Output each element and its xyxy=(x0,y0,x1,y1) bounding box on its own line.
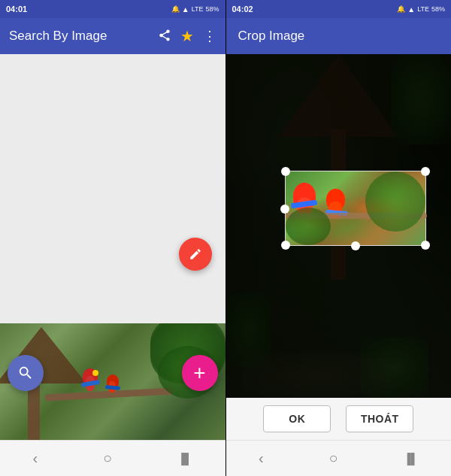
left-status-time: 04:01 xyxy=(6,5,27,14)
crop-box[interactable] xyxy=(285,171,426,246)
crop-handle-bottom-right[interactable] xyxy=(421,241,430,250)
wifi-icon: ▲ xyxy=(182,5,189,14)
right-alarm-icon: 🔔 xyxy=(397,5,405,13)
crop-overlay-right xyxy=(426,171,452,246)
right-app-bar: Crop Image xyxy=(226,18,452,54)
left-app-bar-icons: ★ ⋮ xyxy=(158,29,216,44)
left-content-area: + xyxy=(0,54,226,440)
crop-overlay-bottom xyxy=(226,246,452,398)
right-bottom-nav: ‹ ○ ▐▌ xyxy=(226,440,452,476)
right-status-icons: 🔔 ▲ LTE 58% xyxy=(397,5,445,14)
more-vert-icon[interactable]: ⋮ xyxy=(203,29,216,43)
search-fab-button[interactable] xyxy=(8,355,44,391)
left-phone-screen: 04:01 🔔 ▲ LTE 58% Search By Image ★ ⋮ xyxy=(0,0,226,476)
crop-handle-left-mid[interactable] xyxy=(280,205,289,214)
right-home-button[interactable]: ○ xyxy=(317,444,350,473)
edit-fab-button[interactable] xyxy=(179,238,212,271)
left-bottom-nav: ‹ ○ ▐▌ xyxy=(0,440,226,476)
crop-overlay-left xyxy=(226,171,285,246)
crop-handle-bottom-mid[interactable] xyxy=(351,241,360,250)
share-icon[interactable] xyxy=(158,29,171,44)
crop-preview-image xyxy=(286,171,425,245)
star-icon[interactable]: ★ xyxy=(180,29,194,44)
add-fab-button[interactable]: + xyxy=(182,355,218,391)
left-status-bar: 04:01 🔔 ▲ LTE 58% xyxy=(0,0,226,18)
crop-overlay-top xyxy=(226,54,452,171)
right-signal-icon: LTE xyxy=(417,5,429,13)
battery-icon: 58% xyxy=(205,5,219,13)
crop-content-area xyxy=(226,54,452,398)
crop-action-buttons: OK THOÁT xyxy=(226,398,452,440)
alarm-icon: 🔔 xyxy=(171,5,180,13)
left-back-button[interactable]: ‹ xyxy=(20,444,50,473)
crop-handle-bottom-left[interactable] xyxy=(281,241,290,250)
crop-handle-top-right[interactable] xyxy=(421,167,430,176)
thoat-button[interactable]: THOÁT xyxy=(346,405,413,432)
left-app-bar: Search By Image ★ ⋮ xyxy=(0,18,226,54)
right-back-button[interactable]: ‹ xyxy=(247,444,276,473)
right-status-bar: 04:02 🔔 ▲ LTE 58% xyxy=(226,0,452,18)
left-status-icons: 🔔 ▲ LTE 58% xyxy=(171,5,219,14)
crop-handle-top-left[interactable] xyxy=(281,167,290,176)
left-recents-button[interactable]: ▐▌ xyxy=(165,447,204,471)
right-recents-button[interactable]: ▐▌ xyxy=(392,447,431,471)
right-phone-screen: 04:02 🔔 ▲ LTE 58% Crop Image xyxy=(226,0,452,476)
left-home-button[interactable]: ○ xyxy=(91,444,124,473)
right-battery-icon: 58% xyxy=(431,5,445,13)
signal-icon: LTE xyxy=(192,5,204,13)
left-app-title: Search By Image xyxy=(9,29,158,44)
right-wifi-icon: ▲ xyxy=(407,5,415,14)
left-empty-area xyxy=(0,54,226,323)
ok-button[interactable]: OK xyxy=(263,405,331,432)
right-app-title: Crop Image xyxy=(238,29,305,44)
right-status-time: 04:02 xyxy=(232,5,253,14)
